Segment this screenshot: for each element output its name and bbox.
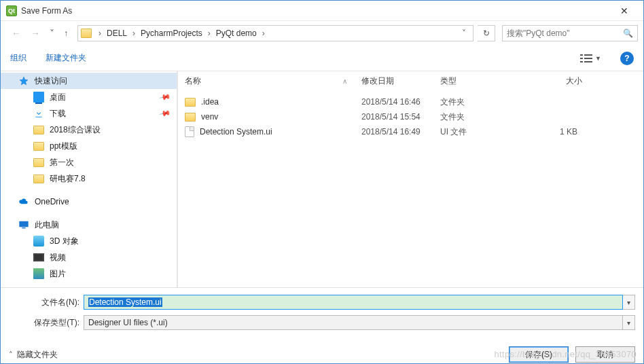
svg-rect-3 (584, 58, 592, 59)
search-icon: 🔍 (623, 29, 633, 38)
folder-icon (33, 126, 44, 134)
column-label: 类型 (440, 75, 457, 87)
filename-input[interactable]: Detection System.ui (84, 295, 623, 310)
filename-value: Detection System.ui (88, 297, 162, 307)
filetype-label: 保存类型(T): (9, 317, 84, 329)
sidebar-item-downloads[interactable]: 下载 📌 (1, 105, 177, 122)
help-button[interactable]: ? (620, 52, 634, 65)
close-button[interactable]: ✕ (611, 5, 638, 16)
file-date: 2018/5/14 16:46 (355, 97, 433, 107)
breadcrumb-item[interactable]: PyQt demo (215, 29, 258, 38)
save-button[interactable]: 保存(S) (509, 346, 569, 363)
download-icon (33, 108, 44, 119)
refresh-button[interactable]: ↻ (478, 25, 495, 41)
folder-icon (33, 142, 44, 151)
chevron-right-icon[interactable]: › (205, 29, 213, 38)
column-header-type[interactable]: 类型 (433, 75, 508, 87)
button-label: 保存(S) (525, 349, 552, 361)
column-label: 大小 (566, 75, 582, 87)
list-item[interactable]: Detection System.ui 2018/5/14 16:49 UI 文… (178, 124, 643, 139)
file-name: .idea (201, 97, 219, 107)
file-name: venv (201, 112, 218, 122)
file-pane: 名称 ∧ 修改日期 类型 大小 .idea 2018/5/14 16:46 文件… (178, 71, 643, 287)
search-input[interactable]: 搜索"PyQt demo" 🔍 (502, 25, 638, 41)
breadcrumb-dropdown[interactable]: ˅ (458, 29, 470, 38)
up-button[interactable]: ↑ (64, 29, 68, 38)
pin-icon: 📌 (159, 91, 172, 104)
svg-rect-1 (584, 54, 592, 56)
chevron-up-icon: ˄ (9, 350, 13, 359)
sidebar-item-videos[interactable]: 视频 (1, 249, 177, 266)
sidebar-item-folder[interactable]: 研电赛7.8 (1, 170, 177, 187)
sidebar-item-label: 桌面 (50, 92, 66, 103)
hide-folders-toggle[interactable]: ˄ 隐藏文件夹 (9, 349, 58, 361)
chevron-right-icon[interactable]: › (130, 29, 138, 38)
list-item[interactable]: venv 2018/5/14 15:54 文件夹 (178, 109, 643, 124)
breadcrumb-item[interactable]: PycharmProjects (139, 29, 204, 38)
sidebar-item-folder[interactable]: 第一次 (1, 154, 177, 170)
back-button[interactable]: ← (12, 28, 21, 39)
sidebar-item-label: OneDrive (35, 197, 69, 206)
filetype-value: Designer UI files (*.ui) (88, 318, 168, 327)
sidebar-item-label: 研电赛7.8 (50, 173, 86, 185)
sidebar-this-pc[interactable]: 此电脑 (1, 217, 177, 233)
sidebar-item-label: 此电脑 (35, 219, 59, 231)
sidebar-item-3d[interactable]: 3D 对象 (1, 233, 177, 249)
new-folder-button[interactable]: 新建文件夹 (46, 52, 86, 64)
sidebar-item-label: 2018综合课设 (50, 124, 101, 136)
window-title: Save Form As (21, 6, 611, 16)
sidebar-item-label: 第一次 (50, 157, 74, 168)
folder-icon (185, 113, 196, 122)
sidebar-quick-access[interactable]: 快速访问 (1, 73, 177, 89)
file-name: Detection System.ui (200, 127, 272, 136)
breadcrumb[interactable]: › DELL › PycharmProjects › PyQt demo › ˅ (77, 25, 473, 41)
column-label: 修改日期 (361, 75, 394, 87)
view-options-button[interactable]: ▼ (580, 54, 601, 63)
filetype-select[interactable]: Designer UI files (*.ui) (84, 315, 623, 330)
folder-icon (33, 158, 44, 167)
column-header-name[interactable]: 名称 ∧ (178, 75, 355, 87)
sidebar-onedrive[interactable]: OneDrive (1, 194, 177, 210)
file-type: 文件夹 (433, 96, 508, 108)
filename-dropdown[interactable]: ▾ (623, 295, 635, 310)
sidebar-item-folder[interactable]: 2018综合课设 (1, 122, 177, 138)
filetype-dropdown[interactable]: ▾ (623, 315, 635, 330)
sidebar-item-pictures[interactable]: 图片 (1, 266, 177, 282)
svg-rect-7 (22, 228, 25, 228)
file-type: 文件夹 (433, 111, 508, 123)
breadcrumb-item[interactable]: DELL (105, 29, 128, 38)
desktop-icon (33, 92, 44, 103)
filename-label: 文件名(N): (9, 297, 84, 308)
folder-icon (33, 175, 44, 183)
column-label: 名称 (185, 75, 201, 87)
svg-rect-0 (580, 54, 583, 56)
column-header-size[interactable]: 大小 (508, 75, 590, 87)
titlebar: Qt Save Form As ✕ (1, 1, 643, 21)
dialog-footer: ˄ 隐藏文件夹 保存(S) 取消 (1, 342, 643, 364)
sort-indicator-icon: ∧ (342, 77, 347, 85)
sidebar-item-folder[interactable]: ppt模版 (1, 138, 177, 154)
onedrive-icon (18, 196, 29, 207)
button-label: 取消 (597, 349, 613, 361)
chevron-right-icon[interactable]: › (96, 29, 104, 38)
chevron-right-icon[interactable]: › (260, 29, 268, 38)
forward-button[interactable]: → (31, 28, 40, 39)
svg-rect-6 (19, 221, 28, 228)
cancel-button[interactable]: 取消 (575, 346, 635, 363)
svg-rect-4 (580, 61, 583, 62)
hide-folders-label: 隐藏文件夹 (17, 349, 58, 361)
sidebar-item-label: 图片 (50, 268, 66, 280)
recent-dropdown[interactable]: ˅ (50, 28, 54, 39)
main-area: 快速访问 桌面 📌 下载 📌 2018综合课设 ppt模版 第一次 研电赛7.8 (1, 71, 643, 287)
organize-menu[interactable]: 组织 (10, 52, 26, 64)
file-size: 1 KB (508, 127, 590, 136)
videos-icon (33, 253, 44, 261)
toolbar: 组织 新建文件夹 ▼ ? (1, 46, 643, 71)
sidebar-item-label: 视频 (50, 252, 66, 263)
sidebar-item-desktop[interactable]: 桌面 📌 (1, 89, 177, 105)
search-placeholder: 搜索"PyQt demo" (507, 28, 623, 39)
sidebar-item-label: 快速访问 (35, 75, 67, 87)
column-header-date[interactable]: 修改日期 (355, 75, 433, 87)
folder-icon (81, 29, 92, 38)
list-item[interactable]: .idea 2018/5/14 16:46 文件夹 (178, 94, 643, 109)
